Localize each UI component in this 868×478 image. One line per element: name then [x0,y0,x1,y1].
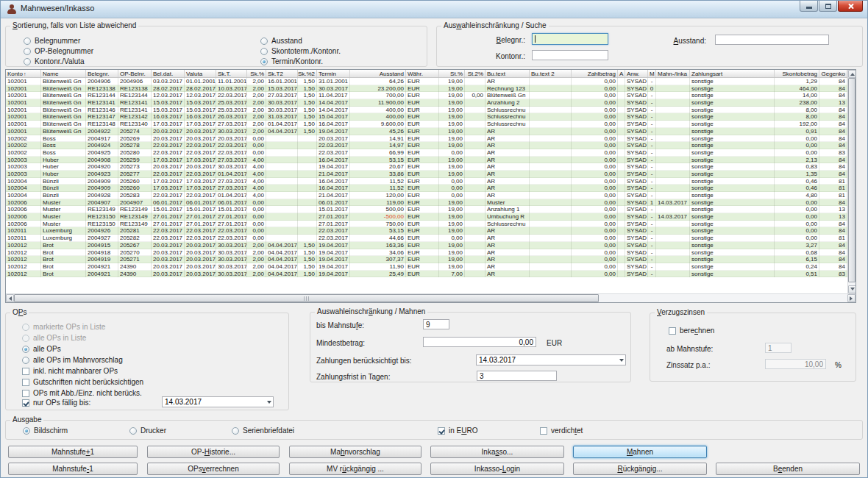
minimize-button[interactable] [800,1,818,12]
column-header[interactable]: Zahlungsart [690,70,775,77]
column-header[interactable]: Belegnr. [86,70,118,77]
mahnvorschlag-button[interactable]: Mahnvorschlag [289,446,421,458]
radio-markierte-ops[interactable]: markierte OPs in Liste [22,323,105,331]
table-row[interactable]: 102002Boss200492420527822.03.201722.03.2… [6,142,847,149]
table-row[interactable]: 102012Brot200491920527120.03.201720.03.2… [6,256,847,263]
table-row[interactable]: 102004Bünzli200492820528322.03.201722.03… [6,192,847,199]
table-row[interactable]: 102012Brot200491820527020.03.201720.03.2… [6,249,847,257]
column-header[interactable]: Konto↑ [6,70,41,77]
mv-rueckgaengig-button[interactable]: MV rückgängig ... [289,463,421,475]
scroll-down-button[interactable] [848,285,856,293]
column-header[interactable]: St.2% [465,70,485,77]
column-header[interactable]: Bu.text [485,70,530,77]
column-header[interactable]: St.% [439,70,465,77]
ab-mahnstufe-input[interactable]: 1 [765,343,791,353]
radio-belegnummer[interactable]: Belegnummer [24,37,80,45]
table-row[interactable]: 102001Blütenweiß Gn2004906200490603.03.2… [6,78,847,85]
close-button[interactable] [838,1,863,12]
radio-alle-ops[interactable]: alle OPs [22,345,61,353]
table-row[interactable]: 102003Huber200490820525917.03.201717.03.… [6,157,847,164]
column-header[interactable]: Sk.T. [216,70,247,77]
op-historie-button[interactable]: OP-Historie... [147,446,280,458]
table-row[interactable]: 102001Blütenweiß GnRE123147RE12314216.03… [6,113,847,121]
inkasso-button[interactable]: Inkasso... [430,446,564,458]
column-header[interactable]: Mahn-/Inka [656,70,690,77]
ausstand-input[interactable] [715,35,829,45]
table-row[interactable]: 102006MusterRE123150RE12314927.01.201727… [6,221,847,228]
faellig-bis-combo[interactable]: 14.03.2017 [162,396,274,407]
table-row[interactable]: 102006Muster2004907200490706.01.201706.0… [6,199,847,207]
column-header[interactable]: Sk.% [247,70,266,77]
beenden-button[interactable]: Beenden [716,463,860,475]
radio-termin-kontonr[interactable]: Termin/Kontonr. [260,57,323,65]
belegnr-input[interactable] [532,33,608,45]
column-header[interactable]: Währ. [406,70,439,77]
table-row[interactable]: 102004Bünzli200490920526017.03.201717.03… [6,185,847,192]
rueckgaengig-button[interactable]: Rückgängig... [573,463,707,475]
table-row[interactable]: 102001Blütenweiß GnRE123148RE12314017.03… [6,121,847,128]
column-header[interactable]: Bel.dat. [152,70,185,77]
radio-skontoterm-kontonr[interactable]: Skontoterm./Kontonr. [260,47,341,55]
bis-mahnstufe-input[interactable]: 9 [423,319,449,329]
radio-ausstand[interactable]: Ausstand [260,37,302,45]
check-verdichtet[interactable]: verdichtet [540,427,583,435]
column-header[interactable]: Sk.%2 [298,70,317,77]
check-gutschriften[interactable]: Gutschriften nicht berücksichtigen [22,378,143,386]
radio-alle-ops-mahnvorschlag[interactable]: alle OPs im Mahnvorschlag [22,356,123,364]
mahnen-button[interactable]: Mahnen [573,446,707,458]
table-row[interactable]: 102011Luxemburg200492620528122.03.201722… [6,227,847,235]
mindestbetrag-input[interactable]: 0,00 [423,337,536,347]
radio-alle-ops-in-liste[interactable]: alle OPs in Liste [22,334,86,342]
kontonr-input[interactable] [532,50,608,60]
check-in-euro[interactable]: in EURO [438,427,477,435]
radio-drucker[interactable]: Drucker [129,427,166,435]
horizontal-scrollbar-thumb[interactable] [14,294,599,302]
table-row[interactable]: 102001Blütenweiß GnRE123146RE12314115.03… [6,107,847,114]
table-row[interactable]: 102001Blütenweiß GnRE123141RE12314115.03… [6,99,847,107]
column-header[interactable]: Name [41,70,86,77]
table-row[interactable]: 102011Luxemburg200492720528222.03.201722… [6,235,847,242]
table-row[interactable]: 102003Huber200492020527320.03.201720.03.… [6,163,847,171]
column-header[interactable]: A [618,70,625,77]
column-header[interactable]: M [648,70,656,77]
column-header[interactable]: Sk.T2 [266,70,298,77]
column-header[interactable]: Anw. [625,70,648,77]
zinssatz-input[interactable]: 10,00 [765,359,826,369]
column-header[interactable]: OP-Belnr. [118,70,152,77]
check-ops-abb-einz[interactable]: OPs mit Abb./Einz. nicht berücks. [22,389,142,397]
scroll-right-button[interactable] [847,294,855,302]
column-header[interactable]: Ausstand [350,70,406,77]
column-header[interactable]: Zahlbetrag [572,70,618,77]
table-row[interactable]: 102012Brot200491520526720.03.201720.03.2… [6,242,847,249]
table-row[interactable]: 102001Blütenweiß Gn200492220527420.03.20… [6,128,847,135]
vertical-scrollbar[interactable] [847,70,855,293]
table-row[interactable]: 102006MusterRE123150RE12314927.01.201727… [6,213,847,221]
column-header[interactable]: Bu.text 2 [530,70,572,77]
mahnstufe-plus1-button[interactable]: Mahnstufe +1 [8,446,138,458]
table-row[interactable]: 102003Huber200492320527722.03.201722.03.… [6,171,847,178]
inkasso-login-button[interactable]: Inkasso-Login [430,463,564,475]
ops-verrechnen-button[interactable]: OPs verrechnen [147,463,280,475]
table-row[interactable]: 102001Blütenweiß GnRE123144RE12314412.03… [6,92,847,99]
radio-op-belegnummer[interactable]: OP-Belegnummer [24,47,93,55]
table-row[interactable]: 102001Blütenweiß GnRE123138RE12313828.02… [6,85,847,93]
zahlungen-bis-combo[interactable]: 14.03.2017 [476,354,626,365]
column-header[interactable]: Skontobetrag [775,70,819,77]
check-berechnen[interactable]: berechnen [669,327,714,335]
maximize-button[interactable] [819,1,837,12]
table-row[interactable]: 102006MusterRE123149RE12314915.01.201715… [6,206,847,213]
radio-serienbriefdatei[interactable]: Serienbriefdatei [232,427,294,435]
scroll-left-button[interactable] [6,294,14,302]
horizontal-scrollbar[interactable] [6,293,855,302]
radio-bildschirm[interactable]: Bildschirm [23,427,68,435]
table-row[interactable]: 102004Bünzli200490920526017.03.201717.03… [6,178,847,185]
zahlungsfrist-input[interactable]: 3 [477,371,557,381]
radio-kontonr-valuta[interactable]: Kontonr./Valuta [24,57,85,65]
check-nur-ops-faellig[interactable]: nur OPs fällig bis: [22,399,90,407]
table-row[interactable]: 102012Brot20049212439020.03.201720.03.20… [6,271,847,278]
table-row[interactable]: 102002Boss200491720526920.03.201720.03.2… [6,135,847,143]
check-inkl-nicht-mahnbarer[interactable]: inkl. nicht mahnbarer OPs [22,367,118,375]
table-row[interactable]: 102012Brot20049212439020.03.201720.03.20… [6,263,847,271]
column-header[interactable]: Valuta [185,70,216,77]
vertical-scrollbar-thumb[interactable] [848,78,855,282]
